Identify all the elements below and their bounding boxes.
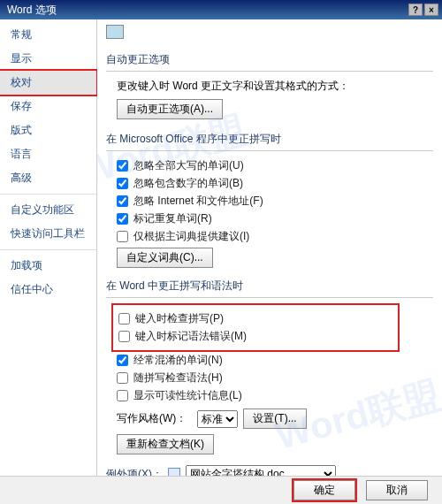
sidebar-item-layout[interactable]: 版式 bbox=[0, 118, 96, 142]
mark-grammar-typing-label: 键入时标记语法错误(M) bbox=[135, 329, 247, 344]
ignore-uppercase-label: 忽略全部大写的单词(U) bbox=[133, 158, 244, 173]
check-spelling-typing-checkbox[interactable] bbox=[118, 313, 130, 325]
flag-repeated-label: 标记重复单词(R) bbox=[133, 211, 212, 226]
ignore-internet-label: 忽略 Internet 和文件地址(F) bbox=[133, 194, 263, 209]
ignore-numbers-checkbox[interactable] bbox=[117, 178, 128, 189]
grammar-with-spell-label: 随拼写检查语法(H) bbox=[133, 370, 223, 386]
flag-repeated-checkbox[interactable] bbox=[117, 213, 128, 225]
sidebar-item-general[interactable]: 常规 bbox=[0, 23, 96, 47]
sidebar-item-trust-center[interactable]: 信任中心 bbox=[0, 278, 96, 302]
abc-icon bbox=[106, 25, 124, 39]
writing-style-select[interactable]: 标准 bbox=[197, 410, 238, 428]
recheck-document-button[interactable]: 重新检查文档(K) bbox=[117, 434, 214, 454]
ignore-numbers-label: 忽略包含数字的单词(B) bbox=[133, 176, 243, 191]
autocorrect-desc: 更改键入时 Word 更正文字和设置其格式的方式： bbox=[117, 79, 349, 94]
content-panel: Word联盟 Word联盟 自动更正选项 更改键入时 Word 更正文字和设置其… bbox=[97, 19, 442, 476]
sidebar: 常规 显示 校对 保存 版式 语言 高级 自定义功能区 快速访问工具栏 加载项 … bbox=[0, 19, 97, 476]
sidebar-divider bbox=[0, 249, 96, 250]
window-title: Word 选项 bbox=[4, 3, 407, 18]
sidebar-item-proofing[interactable]: 校对 bbox=[0, 71, 96, 95]
custom-dict-button[interactable]: 自定义词典(C)... bbox=[117, 248, 213, 268]
readability-stats-checkbox[interactable] bbox=[117, 390, 128, 401]
exceptions-label: 例外项(X)： bbox=[106, 467, 163, 477]
sidebar-item-customize-ribbon[interactable]: 自定义功能区 bbox=[0, 198, 96, 222]
cancel-button[interactable]: 取消 bbox=[366, 480, 428, 500]
title-bar: Word 选项 ? × bbox=[0, 0, 442, 19]
document-icon bbox=[168, 468, 180, 476]
confused-words-label: 经常混淆的单词(N) bbox=[133, 353, 223, 368]
sidebar-item-save[interactable]: 保存 bbox=[0, 95, 96, 118]
mark-grammar-typing-checkbox[interactable] bbox=[118, 331, 130, 342]
help-button[interactable]: ? bbox=[408, 4, 423, 16]
close-button[interactable]: × bbox=[424, 4, 438, 16]
sidebar-item-language[interactable]: 语言 bbox=[0, 142, 96, 166]
dialog-footer: 确定 取消 bbox=[0, 476, 442, 504]
sidebar-item-advanced[interactable]: 高级 bbox=[0, 166, 96, 190]
sidebar-item-addins[interactable]: 加载项 bbox=[0, 254, 96, 278]
grammar-with-spell-checkbox[interactable] bbox=[117, 372, 128, 384]
main-dict-only-label: 仅根据主词典提供建议(I) bbox=[133, 229, 249, 244]
confused-words-checkbox[interactable] bbox=[117, 355, 128, 366]
ignore-uppercase-checkbox[interactable] bbox=[117, 160, 128, 172]
autocorrect-options-button[interactable]: 自动更正选项(A)... bbox=[117, 99, 223, 119]
section-autocorrect-title: 自动更正选项 bbox=[106, 45, 433, 72]
sidebar-item-display[interactable]: 显示 bbox=[0, 47, 96, 71]
section-word-spell-title: 在 Word 中更正拼写和语法时 bbox=[106, 271, 433, 298]
writing-style-settings-button[interactable]: 设置(T)... bbox=[243, 409, 306, 429]
readability-stats-label: 显示可读性统计信息(L) bbox=[133, 388, 242, 403]
ignore-internet-checkbox[interactable] bbox=[117, 195, 128, 207]
writing-style-label: 写作风格(W)： bbox=[117, 411, 187, 426]
section-office-spell-title: 在 Microsoft Office 程序中更正拼写时 bbox=[106, 125, 433, 151]
sidebar-item-quick-access[interactable]: 快速访问工具栏 bbox=[0, 222, 96, 246]
exceptions-doc-select[interactable]: 网站金字塔结构.doc bbox=[186, 465, 336, 476]
check-spelling-typing-label: 键入时检查拼写(P) bbox=[135, 311, 224, 326]
ok-button[interactable]: 确定 bbox=[293, 480, 355, 500]
main-dict-only-checkbox[interactable] bbox=[117, 231, 128, 242]
sidebar-divider bbox=[0, 194, 96, 195]
